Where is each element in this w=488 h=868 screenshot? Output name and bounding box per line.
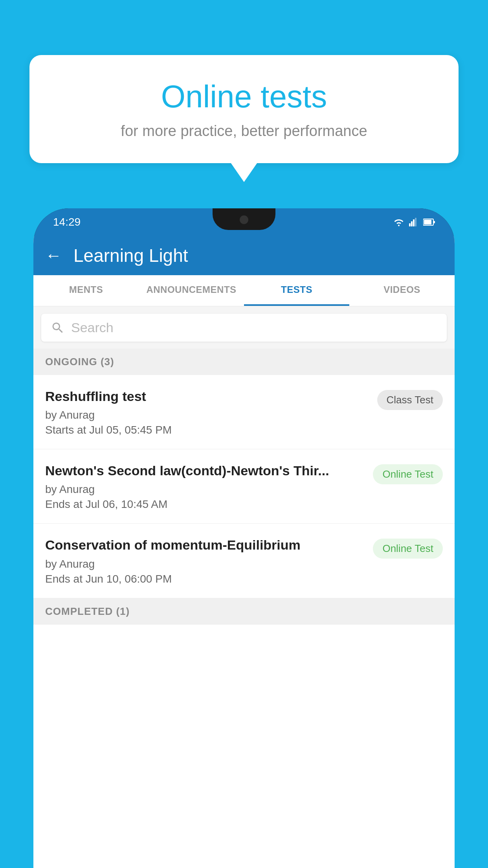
- status-icons: [393, 218, 435, 226]
- test-time: Ends at Jun 10, 06:00 PM: [45, 573, 365, 585]
- test-time: Starts at Jul 05, 05:45 PM: [45, 424, 369, 436]
- tab-announcements[interactable]: ANNOUNCEMENTS: [139, 275, 244, 306]
- test-author: by Anurag: [45, 483, 365, 496]
- search-input[interactable]: Search: [71, 320, 114, 335]
- tab-videos[interactable]: VIDEOS: [349, 275, 455, 306]
- search-bar[interactable]: Search: [41, 314, 447, 342]
- app-bar: ← Learning Light: [33, 236, 455, 275]
- signal-icon: [409, 218, 418, 226]
- svg-rect-0: [409, 223, 411, 226]
- test-item[interactable]: Newton's Second law(contd)-Newton's Thir…: [33, 449, 455, 524]
- test-item[interactable]: Conservation of momentum-Equilibrium by …: [33, 524, 455, 598]
- test-badge-class: Class Test: [377, 390, 443, 410]
- tabs-bar: MENTS ANNOUNCEMENTS TESTS VIDEOS: [33, 275, 455, 307]
- camera-notch: [240, 215, 248, 224]
- svg-rect-2: [413, 219, 415, 226]
- svg-rect-6: [433, 221, 435, 223]
- test-info: Newton's Second law(contd)-Newton's Thir…: [45, 462, 373, 511]
- notch: [213, 208, 275, 230]
- phone-frame: 14:29 ←: [33, 208, 455, 868]
- test-info: Reshuffling test by Anurag Starts at Jul…: [45, 388, 377, 436]
- status-bar: 14:29: [33, 208, 455, 236]
- test-item[interactable]: Reshuffling test by Anurag Starts at Jul…: [33, 375, 455, 449]
- test-author: by Anurag: [45, 409, 369, 421]
- test-badge-online: Online Test: [373, 539, 443, 559]
- search-bar-container: Search: [33, 307, 455, 349]
- app-bar-title: Learning Light: [73, 245, 188, 266]
- test-name: Conservation of momentum-Equilibrium: [45, 536, 365, 554]
- wifi-icon: [393, 218, 404, 226]
- bubble-title: Online tests: [49, 79, 439, 115]
- svg-rect-1: [411, 221, 413, 226]
- phone-screen: ← Learning Light MENTS ANNOUNCEMENTS TES…: [33, 236, 455, 868]
- test-name: Newton's Second law(contd)-Newton's Thir…: [45, 462, 365, 479]
- test-author: by Anurag: [45, 558, 365, 570]
- test-name: Reshuffling test: [45, 388, 369, 405]
- bubble-subtitle: for more practice, better performance: [49, 123, 439, 140]
- search-icon: [51, 321, 65, 335]
- svg-rect-3: [415, 218, 416, 226]
- speech-bubble: Online tests for more practice, better p…: [29, 55, 459, 163]
- test-time: Ends at Jul 06, 10:45 AM: [45, 498, 365, 511]
- test-badge-online: Online Test: [373, 464, 443, 484]
- svg-rect-5: [424, 220, 431, 224]
- completed-section-header: COMPLETED (1): [33, 598, 455, 625]
- tab-ments[interactable]: MENTS: [33, 275, 139, 306]
- status-time: 14:29: [53, 216, 81, 228]
- tab-tests[interactable]: TESTS: [244, 275, 349, 306]
- back-button[interactable]: ←: [45, 246, 62, 265]
- ongoing-section-header: ONGOING (3): [33, 349, 455, 375]
- battery-icon: [423, 218, 435, 226]
- test-info: Conservation of momentum-Equilibrium by …: [45, 536, 373, 585]
